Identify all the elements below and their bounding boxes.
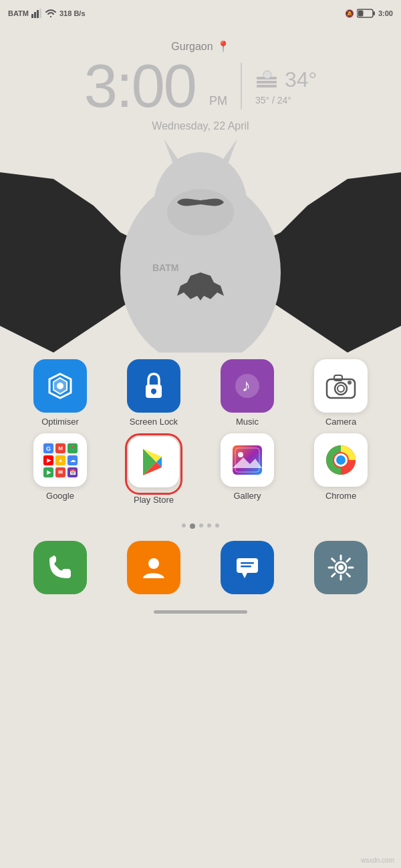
status-right: 🔕 3:00 [345,9,393,18]
weather-icon [255,70,279,89]
svg-point-39 [336,455,346,465]
weather-temp: 34° [285,67,317,92]
playstore-label: Play Store [134,495,174,505]
dot-4 [207,523,211,527]
svg-marker-44 [242,573,247,578]
svg-rect-9 [257,85,277,87]
svg-point-40 [148,558,159,569]
messages-icon-bg [221,541,274,594]
location-row: Gurgaon 📍 [0,40,401,53]
network-speed: 318 B/s [59,9,86,17]
dock-messages[interactable] [211,541,284,594]
google-icon-bg: G M 📍 ▶ ▲ ☁ ▶ ✉ 📅 [33,433,87,487]
status-left: BATM 318 B/s [8,9,86,18]
app-music[interactable]: ♪ Music [211,359,284,427]
dock [0,534,401,601]
camera-icon-bg [314,359,368,413]
svg-point-28 [348,381,352,385]
svg-rect-5 [358,11,363,17]
dot-1 [182,523,186,527]
svg-rect-1 [34,12,36,18]
contacts-icon [139,553,168,582]
svg-point-25 [335,383,347,395]
time-text: 3:00 [378,9,393,17]
messages-icon [233,553,262,582]
clock-section: Gurgaon 📍 3:00 PM 34° 35° / 24° Wednesda… [0,27,401,132]
dock-contacts[interactable] [117,541,190,594]
settings-icon-bg [314,541,368,594]
home-indicator[interactable] [0,610,401,614]
watermark: wsxdn.com [361,857,394,864]
app-screenlock[interactable]: Screen Lock [117,359,190,427]
gallery-label: Gallery [233,491,261,501]
playstore-icon-bg [128,437,179,487]
battery-icon [357,9,376,18]
clock-display: 3:00 [84,56,196,116]
music-icon-bg: ♪ [221,359,274,413]
screenlock-icon-bg [127,359,180,413]
chrome-label: Chrome [325,491,356,501]
weather-range: 35° / 24° [255,95,291,105]
music-icon: ♪ [233,371,262,401]
svg-rect-0 [31,14,33,18]
home-bar [154,610,247,614]
svg-rect-33 [233,445,262,475]
batman-svg: BATM [0,139,401,353]
svg-point-18 [57,383,63,389]
dot-5 [215,523,219,527]
optimiser-icon [45,371,75,401]
app-row-1: Optimiser Screen Lock ♪ Mus [13,359,388,427]
phone-icon-bg [33,541,87,594]
settings-icon [326,553,356,582]
app-playstore[interactable]: Play Store [117,433,190,505]
screenlock-icon [140,371,167,401]
wifi-icon [45,9,57,18]
svg-rect-6 [373,11,375,15]
dot-2 [190,523,195,529]
signal-icon [31,9,42,18]
app-row-2: G M 📍 ▶ ▲ ☁ ▶ ✉ 📅 Google [13,433,388,505]
carrier-text: BATM [8,9,29,17]
dock-settings[interactable] [304,541,378,594]
camera-icon [324,371,358,401]
optimiser-label: Optimiser [41,417,79,427]
clock-ampm: PM [209,94,227,108]
playstore-icon [138,446,170,478]
google-icon: G M 📍 ▶ ▲ ☁ ▶ ✉ 📅 [41,441,80,479]
svg-text:BATM: BATM [152,262,178,273]
svg-point-16 [167,189,234,236]
contacts-icon-bg [127,541,180,594]
camera-label: Camera [325,417,356,427]
gallery-icon [230,443,265,477]
svg-rect-42 [241,562,254,564]
svg-point-26 [338,385,344,392]
svg-text:♪: ♪ [242,375,251,395]
svg-rect-3 [39,9,41,18]
screenlock-label: Screen Lock [130,417,178,427]
app-optimiser[interactable]: Optimiser [23,359,97,427]
batman-wallpaper: BATM [0,139,401,353]
svg-point-46 [338,565,344,570]
google-label: Google [46,491,74,501]
dot-3 [199,523,203,527]
gallery-icon-bg [221,433,274,487]
clock-time: 3:00 [84,53,196,120]
svg-rect-21 [153,391,154,395]
app-camera[interactable]: Camera [304,359,378,427]
app-grid: Optimiser Screen Lock ♪ Mus [0,353,401,518]
music-label: Music [236,417,259,427]
page-dots [0,523,401,529]
chrome-icon-bg [314,433,368,487]
svg-rect-8 [257,81,277,83]
app-chrome[interactable]: Chrome [304,433,378,505]
weather-top: 34° [255,67,317,92]
svg-rect-43 [241,566,251,568]
clock-divider [241,63,242,110]
app-google[interactable]: G M 📍 ▶ ▲ ☁ ▶ ✉ 📅 Google [23,433,97,505]
location-text: Gurgaon [171,41,213,53]
dock-phone[interactable] [23,541,97,594]
date-text: Wednesday, 22 April [0,120,401,132]
status-bar: BATM 318 B/s 🔕 3:00 [0,0,401,27]
location-pin-icon: 📍 [217,40,230,53]
app-gallery[interactable]: Gallery [211,433,284,505]
